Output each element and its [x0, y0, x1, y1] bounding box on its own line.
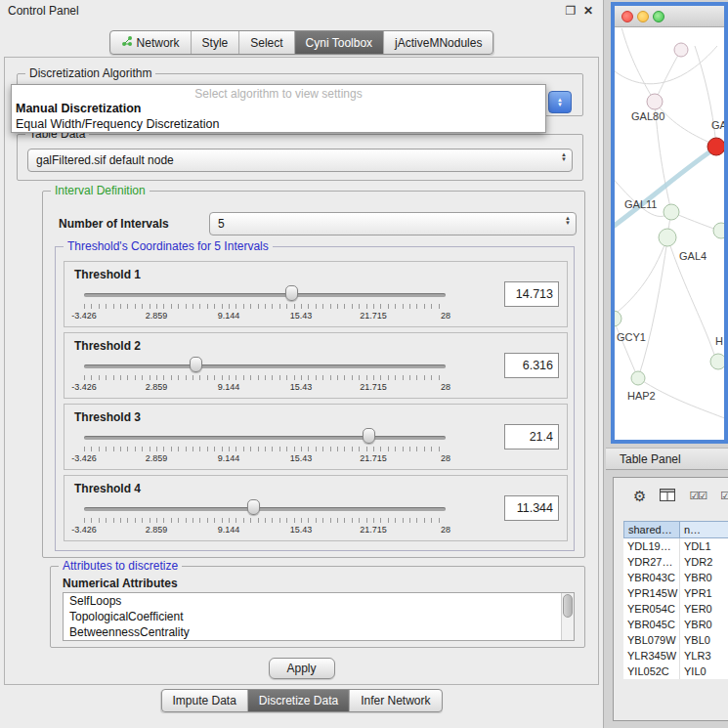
- threshold-4-slider[interactable]: -3.426 2.859 9.144 15.43 21.715 28: [84, 493, 446, 538]
- tab-impute-data-label: Impute Data: [172, 694, 236, 707]
- table-data-combobox[interactable]: galFiltered.sif default node ▲▼: [27, 149, 573, 172]
- column-header-shared-name[interactable]: shared…: [623, 521, 680, 538]
- table-row[interactable]: YBR043CYBR0: [623, 570, 728, 585]
- float-window-icon[interactable]: ❐: [564, 4, 578, 18]
- network-node[interactable]: [710, 354, 724, 369]
- slider-ticks: [84, 447, 446, 451]
- table-row[interactable]: YDR27…YDR2: [623, 554, 728, 570]
- network-node[interactable]: [674, 43, 688, 57]
- network-node[interactable]: [713, 223, 724, 238]
- tab-select[interactable]: Select: [238, 31, 293, 54]
- combo-arrows-icon: ▲▼: [565, 216, 571, 226]
- dropdown-option-equal-width[interactable]: Equal Width/Frequency Discretization: [12, 116, 545, 132]
- tab-jactivemnodules[interactable]: jActiveMNodules: [383, 31, 492, 54]
- tab-jactivemnodules-label: jActiveMNodules: [395, 36, 482, 50]
- network-node[interactable]: [647, 94, 663, 109]
- cell[interactable]: YBR0: [680, 617, 728, 632]
- threshold-2-value-input[interactable]: 6.316: [504, 353, 559, 378]
- interval-definition-title: Interval Definition: [51, 184, 150, 197]
- minimize-traffic-light-icon[interactable]: [637, 11, 649, 22]
- algorithm-combobox-button[interactable]: ▲▼: [548, 91, 572, 113]
- cell[interactable]: YBL079W: [623, 632, 680, 648]
- tab-discretize-data[interactable]: Discretize Data: [247, 690, 349, 711]
- dropdown-option-manual[interactable]: Manual Discretization: [12, 101, 545, 116]
- cell[interactable]: YBR043C: [623, 570, 680, 585]
- cell[interactable]: YIL052C: [623, 664, 680, 679]
- list-item[interactable]: TopologicalCoefficient: [64, 609, 574, 624]
- select-checkboxes-icon[interactable]: ☑☑: [689, 490, 707, 502]
- threshold-3-slider[interactable]: -3.426 2.859 9.144 15.43 21.715 28: [84, 422, 446, 467]
- slider-tick-labels: -3.426 2.859 9.144 15.43 21.715 28: [84, 525, 446, 535]
- table-data-value: galFiltered.sif default node: [36, 153, 174, 167]
- tab-impute-data[interactable]: Impute Data: [161, 690, 246, 711]
- list-item[interactable]: SelfLoops: [64, 593, 574, 609]
- tick-label: 2.859: [146, 382, 168, 392]
- tab-cyni-toolbox-label: Cyni Toolbox: [306, 36, 372, 50]
- network-node[interactable]: [615, 311, 621, 326]
- tick-label: 28: [441, 382, 450, 392]
- table-body: YDL19…YDL1 YDR27…YDR2 YBR043CYBR0 YPR145…: [623, 538, 728, 679]
- cell[interactable]: YIL0: [680, 664, 728, 679]
- list-item[interactable]: BetweennessCentrality: [64, 624, 574, 640]
- algorithm-dropdown-popup: Select algorithm to view settings Manual…: [11, 84, 546, 133]
- node-label: GCY1: [617, 331, 646, 343]
- tab-network[interactable]: Network: [110, 31, 191, 54]
- number-of-intervals-combobox[interactable]: 5 ▲▼: [209, 212, 577, 236]
- cell[interactable]: YPR1: [680, 585, 728, 601]
- slider-track[interactable]: [84, 364, 446, 368]
- cell[interactable]: YLR345W: [623, 648, 680, 664]
- network-node[interactable]: [631, 371, 645, 385]
- close-traffic-light-icon[interactable]: [621, 11, 633, 22]
- slider-thumb[interactable]: [363, 428, 375, 444]
- slider-track[interactable]: [84, 293, 446, 297]
- columns-icon[interactable]: [660, 489, 675, 503]
- slider-track[interactable]: [84, 436, 446, 440]
- slider-thumb[interactable]: [190, 357, 202, 372]
- tab-cyni-toolbox[interactable]: Cyni Toolbox: [294, 31, 383, 54]
- threshold-1-slider[interactable]: -3.426 2.859 9.144 15.43 21.715 28: [84, 279, 446, 324]
- slider-thumb[interactable]: [247, 499, 260, 515]
- slider-ticks: [84, 375, 446, 380]
- tab-select-label: Select: [250, 36, 282, 50]
- tab-style[interactable]: Style: [191, 31, 239, 54]
- tick-label: 2.859: [146, 525, 168, 535]
- selected-network-node[interactable]: [707, 138, 724, 155]
- slider-track[interactable]: [84, 507, 446, 511]
- table-row[interactable]: YBL079WYBL0: [623, 632, 728, 648]
- cell[interactable]: YPR145W: [623, 585, 680, 601]
- apply-button[interactable]: Apply: [269, 658, 335, 679]
- threshold-1-value-input[interactable]: 14.713: [504, 281, 559, 307]
- scrollbar-thumb[interactable]: [563, 594, 573, 618]
- table-row[interactable]: YDL19…YDL1: [623, 538, 728, 554]
- gear-icon[interactable]: ⚙: [633, 489, 646, 503]
- cell[interactable]: YBR0: [680, 570, 728, 585]
- network-node[interactable]: [659, 229, 676, 246]
- cell[interactable]: YBL0: [680, 632, 728, 648]
- table-row[interactable]: YIL052CYIL0: [623, 664, 728, 679]
- zoom-traffic-light-icon[interactable]: [653, 11, 664, 22]
- network-canvas[interactable]: GAL80 GAL GAL11 GAL4 GCY1 HAP2 H: [615, 28, 724, 440]
- cell[interactable]: YDR27…: [623, 554, 680, 570]
- cell[interactable]: YBR045C: [623, 617, 680, 632]
- table-row[interactable]: YPR145WYPR1: [623, 585, 728, 601]
- table-row[interactable]: YBR045CYBR0: [623, 617, 728, 632]
- cell[interactable]: YDR2: [680, 554, 728, 570]
- threshold-3-value-input[interactable]: 21.4: [504, 424, 559, 450]
- cell[interactable]: YER054C: [623, 601, 680, 617]
- cell[interactable]: YLR3: [680, 648, 728, 664]
- threshold-2-slider[interactable]: -3.426 2.859 9.144 15.43 21.715 28: [84, 351, 446, 396]
- threshold-4-value-input[interactable]: 11.344: [504, 495, 559, 521]
- cell[interactable]: YDL1: [680, 538, 728, 554]
- network-node[interactable]: [664, 204, 679, 220]
- list-scrollbar[interactable]: [561, 593, 574, 640]
- close-window-icon[interactable]: ✕: [581, 4, 595, 18]
- number-of-intervals-value: 5: [218, 217, 225, 231]
- filter-checkbox-icon[interactable]: ☑: [720, 490, 728, 502]
- cell[interactable]: YER0: [680, 601, 728, 617]
- tab-infer-network[interactable]: Infer Network: [349, 690, 441, 711]
- table-row[interactable]: YLR345WYLR3: [623, 648, 728, 664]
- column-header-name[interactable]: n…: [680, 521, 728, 538]
- table-row[interactable]: YER054CYER0: [623, 601, 728, 617]
- slider-thumb[interactable]: [285, 285, 298, 301]
- cell[interactable]: YDL19…: [623, 538, 680, 554]
